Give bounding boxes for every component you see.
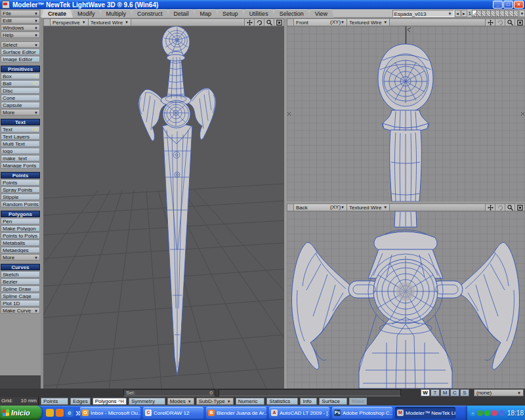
sidebar-item-image-editor[interactable]: Image EditorF6 (1, 56, 40, 62)
vmap-selector[interactable]: (none) ▼ (474, 389, 524, 396)
sidebar-item-metaedges[interactable]: Metaedges (1, 247, 40, 253)
title-bar[interactable]: Modeler™ NewTek LightWave 3D ® 9.6 (Win6… (0, 0, 525, 9)
display-settings-icon[interactable] (499, 410, 505, 416)
tab-detail[interactable]: Detail (167, 9, 196, 18)
toolbar-button-numeric[interactable]: Numericn (236, 398, 265, 405)
render-mode-dropdown[interactable]: Textured Wire▼ (89, 19, 131, 26)
green-status-icon[interactable] (484, 410, 490, 416)
toolbar-button-modes[interactable]: Modes▼ (167, 398, 194, 405)
toolbar-button-statistics[interactable]: Statisticsw (266, 398, 298, 405)
pan-icon[interactable] (485, 19, 495, 26)
tab-multiply[interactable]: Multiply (100, 9, 133, 18)
start-button[interactable]: Inicio (0, 406, 42, 420)
tab-utilities[interactable]: Utilities (243, 9, 275, 18)
sidebar-item-help[interactable]: Help▼ (1, 32, 40, 38)
vmap-button-w[interactable]: W (421, 389, 430, 396)
vmap-button-m[interactable]: M (440, 389, 450, 396)
object-selector[interactable]: Espada_v013 ▼ (392, 10, 454, 17)
tab-selection[interactable]: Selection (273, 9, 310, 18)
rotate-icon[interactable] (495, 19, 505, 26)
sidebar-item-text[interactable]: Text+W (1, 126, 40, 133)
sidebar-item-box[interactable]: Box+X (1, 73, 40, 79)
pan-icon[interactable] (485, 204, 495, 211)
close-button[interactable]: × (514, 1, 524, 9)
viewport-corner-button[interactable] (287, 19, 294, 26)
corel-tray-icon[interactable] (492, 410, 497, 416)
sidebar-item-disc[interactable]: Disc (1, 87, 40, 94)
tab-create[interactable]: Create (41, 9, 73, 18)
toolbar-button-polygons[interactable]: Polygons^H (93, 398, 127, 405)
toolbar-button-info[interactable]: Infoi (300, 398, 317, 405)
sidebar-item-manage-fonts[interactable]: Manage FontsF10 (1, 162, 40, 169)
task-button-coreldraw-12[interactable]: CCorelDRAW 12 (143, 407, 203, 419)
sidebar-item-make-polygon[interactable]: Make Polygonp (1, 225, 40, 232)
sidebar-item-make-curve[interactable]: Make Curve▼ (1, 307, 40, 314)
view-type-dropdown[interactable]: Back (XY)▼ (294, 204, 347, 211)
layer-bank-dropdown[interactable]: ▼ (519, 10, 525, 17)
render-mode-dropdown[interactable]: Textured Wire▼ (347, 204, 390, 211)
hide-icons-arrow-icon[interactable]: ‹ (470, 410, 476, 416)
rotate-icon[interactable] (254, 19, 264, 26)
sidebar-item-logo[interactable]: logo (1, 148, 40, 154)
tab-view[interactable]: View (308, 9, 334, 18)
toolbar-button-edges[interactable]: Edges (70, 398, 91, 405)
viewport-divider-horizontal[interactable] (287, 201, 525, 203)
sidebar-item-points-to-polys[interactable]: Points to Polys (1, 232, 40, 239)
sidebar-item-capsule[interactable]: Capsule (1, 102, 40, 108)
sidebar-item-spline-cage[interactable]: Spline Cage (1, 293, 40, 299)
toolbar-button-subd-type[interactable]: SubD-Type▼ (196, 398, 234, 405)
orange-app-icon[interactable] (56, 409, 64, 417)
tab-modify[interactable]: Modify (71, 9, 102, 18)
browser-colorful-icon[interactable] (46, 409, 54, 417)
fit-icon[interactable] (274, 19, 284, 26)
view-type-dropdown[interactable]: Front (XY)▼ (294, 19, 347, 26)
task-button-adobe-photoshop-c-[interactable]: PsAdobe Photoshop C... (332, 407, 392, 419)
task-button-modeler-newtek-li-[interactable]: MModeler™ NewTek Li... (395, 407, 455, 419)
next-object-button[interactable]: ► (461, 10, 467, 17)
sidebar-item-stipple[interactable]: Stipple (1, 194, 40, 200)
tab-map[interactable]: Map (194, 9, 219, 18)
sidebar-item-select[interactable]: Select▼ (1, 41, 40, 48)
sidebar-item-surface-editor[interactable]: Surface EditorF5 (1, 49, 40, 55)
sidebar-item-spray-points[interactable]: Spray Points (1, 186, 40, 193)
task-button-inbox-microsoft-ou-[interactable]: OInbox - Microsoft Ou... (80, 407, 140, 419)
vmap-button-c[interactable]: C (450, 389, 459, 396)
viewport-corner-button[interactable] (44, 19, 51, 26)
sidebar-item-more[interactable]: More▼ (1, 109, 40, 116)
sidebar-item-plot-1d[interactable]: Plot 1D (1, 300, 40, 306)
tab-construct[interactable]: Construct (131, 9, 169, 18)
sidebar-item-multi-text[interactable]: Multi Text (1, 140, 40, 147)
sidebar-item-spline-draw[interactable]: Spline Draw (1, 285, 40, 292)
lightwave-tray-icon[interactable] (477, 410, 483, 416)
prev-object-button[interactable]: ◄ (455, 10, 461, 17)
sidebar-item-windows[interactable]: Windows▼ (1, 24, 40, 31)
viewport-corner-button[interactable] (287, 204, 294, 211)
sidebar-item-make-text[interactable]: make_text (1, 155, 40, 161)
sidebar-item-edit[interactable]: Edit▼ (1, 17, 40, 24)
zoom-icon[interactable] (264, 19, 274, 26)
tab-setup[interactable]: Setup (216, 9, 245, 18)
toolbar-button-symmetry[interactable]: Symmetry+Y (129, 398, 165, 405)
render-mode-dropdown[interactable]: Textured Wire▼ (347, 19, 390, 26)
fit-icon[interactable] (514, 19, 524, 26)
vmap-button-s[interactable]: S (460, 389, 469, 396)
task-button-autocad-lt-2009-[interactable]: AAutoCAD LT 2009 - [... (269, 407, 329, 419)
layer-box-10[interactable] (513, 10, 518, 17)
sidebar-item-metaballs[interactable]: Metaballs (1, 240, 40, 246)
front-viewport[interactable] (287, 26, 525, 201)
sidebar-item-cone[interactable]: Cone (1, 94, 40, 101)
view-type-dropdown[interactable]: Perspective▼ (51, 19, 89, 26)
zoom-icon[interactable] (505, 204, 514, 211)
internet-explorer-icon[interactable]: e (66, 409, 74, 417)
restore-button[interactable]: □ (503, 1, 513, 9)
pan-icon[interactable] (244, 19, 254, 26)
sidebar-item-ball[interactable]: Ball+O (1, 80, 40, 87)
vmap-button-t[interactable]: T (430, 389, 440, 396)
rotate-icon[interactable] (495, 204, 505, 211)
perspective-viewport[interactable] (43, 26, 284, 388)
minimize-button[interactable]: _ (493, 1, 503, 9)
sidebar-item-sketch[interactable]: Sketch (1, 271, 40, 278)
back-viewport[interactable] (287, 211, 525, 388)
toolbar-button-points[interactable]: Points^G (41, 398, 68, 405)
toolbar-button-surface[interactable]: Surfaceq (319, 398, 346, 405)
